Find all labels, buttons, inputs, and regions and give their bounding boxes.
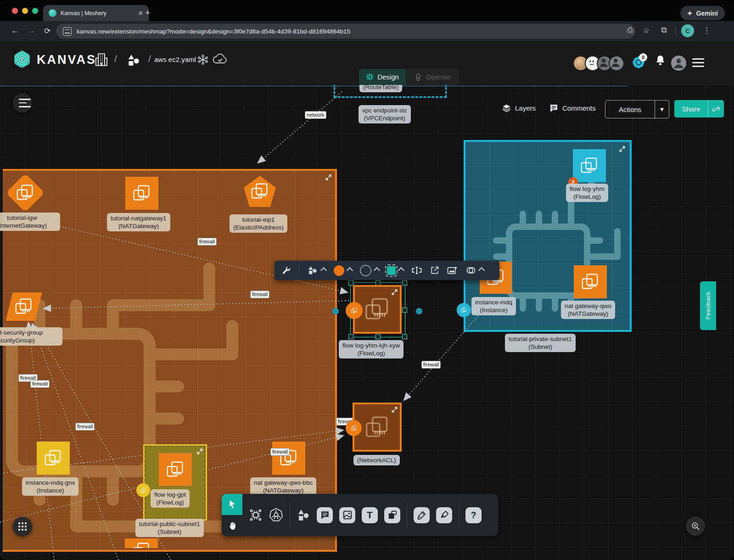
- minimize-window-icon[interactable]: [22, 8, 28, 14]
- node-label-eip1[interactable]: tutorial-eip1(ElasticIPAddress): [230, 214, 287, 233]
- node-label-instance-mdq[interactable]: instance-mdq(Instance): [471, 297, 516, 315]
- node-flowlog-selected[interactable]: [353, 285, 402, 334]
- merge-tool-button[interactable]: [465, 266, 484, 275]
- maximize-window-icon[interactable]: [32, 8, 38, 14]
- node-flowlog-yhm[interactable]: 2: [573, 149, 606, 182]
- pan-tool[interactable]: [222, 515, 242, 536]
- node-natgw-qwo[interactable]: [574, 265, 607, 298]
- pen-tool[interactable]: [414, 507, 430, 523]
- node-instance-gnx[interactable]: [37, 442, 70, 475]
- chevron-up-icon[interactable]: [478, 267, 485, 274]
- actions-button[interactable]: Actions ▾: [605, 100, 669, 118]
- notification-bell-icon[interactable]: [655, 55, 666, 66]
- text-tool[interactable]: T: [362, 507, 378, 523]
- apps-grid-button[interactable]: [13, 517, 32, 536]
- node-label-instance-gnx[interactable]: instance-mdq-gnx(Instance): [22, 477, 78, 496]
- networkacl-port[interactable]: [346, 420, 362, 436]
- share-link-button[interactable]: [708, 100, 724, 118]
- organization-icon[interactable]: [95, 53, 108, 67]
- node-label-natgateway1[interactable]: tutorial-natgateway1(NATGateway): [107, 213, 170, 231]
- node-label-vpc-endpoint[interactable]: vpc endpoint-slz(VPCEndpoint): [359, 105, 411, 123]
- gemini-button[interactable]: ✦ Gemini: [680, 6, 725, 20]
- node-networkacl[interactable]: [353, 403, 402, 452]
- node-label-security-group[interactable]: tutorial-security-group(SecurityGroup): [0, 327, 62, 346]
- brush-tool[interactable]: [436, 507, 452, 523]
- subnet-port[interactable]: [457, 303, 471, 317]
- lasso-icon[interactable]: [360, 265, 371, 276]
- node-label-flowlog-selected[interactable]: flow log-yhm-kjh-xyw(FlowLog): [339, 340, 403, 358]
- lasso-tool-button[interactable]: [360, 265, 379, 276]
- group-tool-button[interactable]: [387, 266, 403, 275]
- feedback-tab[interactable]: Feedback: [700, 281, 716, 330]
- layers-button[interactable]: Layers: [502, 103, 536, 113]
- node-partial-bottom[interactable]: [125, 538, 158, 548]
- close-window-icon[interactable]: [12, 8, 18, 14]
- rename-tool-icon[interactable]: [411, 266, 422, 275]
- new-tab-button[interactable]: +: [145, 8, 150, 18]
- chevron-up-icon[interactable]: [347, 267, 353, 274]
- help-tool[interactable]: ?: [465, 507, 482, 523]
- color-tool-button[interactable]: [334, 265, 352, 276]
- node-label-flowlog-gpt[interactable]: flow log-gpt(FlowLog): [151, 489, 190, 508]
- close-tab-icon[interactable]: ✕: [138, 10, 143, 17]
- chevron-up-icon[interactable]: [320, 267, 327, 274]
- browser-profile-avatar[interactable]: C: [681, 24, 694, 37]
- node-flowlog-gpt[interactable]: [143, 444, 207, 521]
- zoom-button[interactable]: [686, 516, 705, 536]
- node-label-igw[interactable]: tutorial-igw(InternetGateway): [0, 213, 60, 231]
- node-label-routetable[interactable]: (RouteTable): [359, 85, 402, 92]
- node-label-natgw-qwo[interactable]: nat gateway-qwo(NATGateway): [561, 301, 615, 319]
- shapes-tool-button[interactable]: [307, 265, 326, 275]
- workspace-icon[interactable]: [127, 54, 140, 67]
- configure-tool-icon[interactable]: [281, 266, 291, 275]
- mesh-sync-icon[interactable]: [197, 54, 208, 65]
- flowlog-port[interactable]: [346, 302, 363, 319]
- node-label-networkacl[interactable]: (NetworkACL): [353, 455, 400, 465]
- browser-tab[interactable]: Kanvas | Meshery ✕: [43, 5, 149, 21]
- user-avatar[interactable]: [670, 55, 687, 72]
- tab-design[interactable]: Design: [359, 69, 406, 85]
- chevron-up-icon[interactable]: [374, 267, 380, 274]
- collaborator-avatar[interactable]: [609, 56, 624, 71]
- cloud-status-icon[interactable]: [213, 53, 227, 65]
- screenshot-tool-icon[interactable]: [447, 266, 458, 275]
- design-canvas[interactable]: network firewall firewall firewall firew…: [0, 85, 734, 560]
- components-tool[interactable]: [249, 508, 263, 522]
- tab-search-icon[interactable]: ⧉: [661, 26, 667, 35]
- flowlog-gpt-port[interactable]: [136, 483, 150, 497]
- node-label-private-subnet[interactable]: tutorial-private-subnet1(Subnet): [505, 334, 576, 352]
- node-label-flowlog-yhm[interactable]: flow log-yhm(FlowLog): [566, 184, 608, 202]
- design-file-name[interactable]: aws ec2.yaml: [154, 56, 196, 63]
- node-label-natgw-bbc[interactable]: nat gateway-qwo-bbc(NATGateway): [250, 477, 316, 496]
- back-icon[interactable]: ←: [11, 26, 19, 35]
- edge-anchor-dot[interactable]: [332, 308, 339, 314]
- node-natgateway1[interactable]: [125, 177, 158, 210]
- open-in-new-icon[interactable]: [430, 266, 439, 275]
- kubernetes-tool[interactable]: [269, 508, 283, 522]
- app-menu-icon[interactable]: [692, 62, 704, 63]
- color-swatch[interactable]: [334, 265, 344, 276]
- select-tool[interactable]: [222, 494, 242, 515]
- group-icon[interactable]: [387, 266, 396, 275]
- shapes-dock-tool[interactable]: [297, 509, 310, 521]
- frame-tool[interactable]: [384, 507, 400, 523]
- bookmark-star-icon[interactable]: ☆: [643, 26, 650, 35]
- comments-button[interactable]: Comments: [549, 103, 596, 113]
- actions-dropdown-button[interactable]: ▾: [655, 101, 669, 118]
- canvas-menu-button[interactable]: [13, 93, 32, 112]
- share-button[interactable]: Share: [674, 100, 724, 118]
- image-tool[interactable]: [339, 507, 355, 523]
- node-natgw-bbc[interactable]: [272, 442, 305, 475]
- reload-icon[interactable]: ⟳: [44, 26, 50, 36]
- site-settings-icon[interactable]: [63, 27, 72, 36]
- browser-menu-icon[interactable]: ⋮: [703, 26, 711, 35]
- comment-tool[interactable]: [317, 507, 333, 523]
- chevron-up-icon[interactable]: [398, 267, 404, 274]
- kanvas-logo-icon[interactable]: [12, 50, 32, 69]
- address-bar[interactable]: kanvas.new/extension/meshmap?mode=design…: [56, 24, 635, 39]
- node-label-public-subnet[interactable]: tutorial-public-subnet1(Subnet): [135, 519, 204, 537]
- window-controls[interactable]: [12, 8, 38, 14]
- node-flowlog-gpt-inner[interactable]: [159, 453, 192, 486]
- save-page-icon[interactable]: ⎙: [627, 26, 633, 35]
- edge-anchor-dot[interactable]: [416, 308, 422, 314]
